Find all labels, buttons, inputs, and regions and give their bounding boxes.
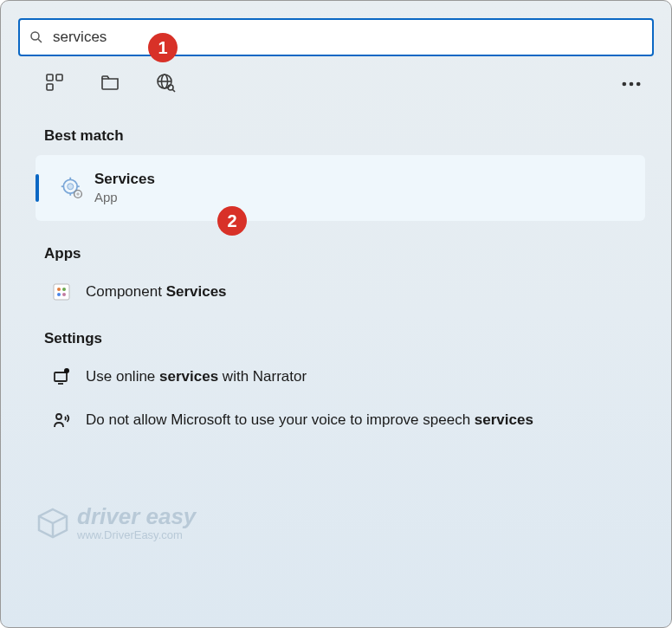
svg-point-28 [64, 368, 69, 373]
svg-rect-2 [47, 74, 53, 81]
svg-rect-16 [69, 193, 71, 196]
svg-point-20 [76, 192, 80, 196]
apps-item-component-services[interactable]: Component Services [51, 278, 645, 306]
search-bar[interactable] [18, 18, 654, 56]
svg-point-25 [62, 293, 66, 296]
filter-row [44, 72, 643, 93]
watermark: driver easy www.DriverEasy.com [36, 505, 196, 541]
web-filter-icon[interactable] [155, 72, 176, 93]
svg-rect-17 [61, 186, 64, 188]
svg-point-22 [57, 288, 61, 291]
svg-point-10 [623, 82, 627, 87]
svg-rect-26 [55, 372, 67, 381]
component-services-icon [51, 282, 72, 302]
speech-voice-icon [51, 410, 72, 431]
search-input[interactable] [51, 28, 643, 47]
result-subtitle: App [94, 190, 155, 205]
svg-point-29 [56, 414, 61, 419]
annotation-1: 1 [148, 33, 178, 62]
svg-rect-18 [77, 186, 80, 188]
best-match-result[interactable]: Services App [36, 155, 645, 221]
search-icon [29, 29, 44, 45]
svg-rect-15 [69, 178, 71, 180]
svg-point-24 [57, 293, 61, 296]
settings-item-label: Use online services with Narrator [86, 368, 307, 385]
watermark-title: driver easy [77, 505, 196, 528]
svg-point-0 [31, 32, 39, 40]
svg-line-1 [38, 39, 42, 42]
svg-rect-4 [47, 84, 53, 90]
services-app-icon [60, 176, 84, 200]
svg-point-11 [630, 82, 634, 87]
start-search-panel: Best match Services App Apps [0, 0, 672, 628]
svg-line-9 [172, 89, 175, 92]
apps-filter-icon[interactable] [44, 72, 65, 93]
documents-filter-icon[interactable] [100, 72, 120, 93]
svg-point-12 [636, 82, 641, 87]
section-apps: Apps [44, 245, 662, 262]
annotation-2: 2 [217, 206, 247, 236]
svg-point-14 [68, 184, 74, 190]
svg-rect-3 [56, 74, 62, 81]
section-best-match: Best match [44, 127, 662, 145]
selection-accent [36, 174, 39, 202]
watermark-url: www.DriverEasy.com [77, 529, 196, 541]
settings-item-speech-services[interactable]: Do not allow Microsoft to use your voice… [51, 406, 645, 434]
watermark-logo-icon [36, 506, 70, 541]
svg-point-23 [62, 288, 66, 291]
settings-item-narrator-services[interactable]: Use online services with Narrator [51, 363, 645, 391]
narrator-online-icon [51, 366, 72, 387]
svg-line-31 [39, 516, 53, 523]
settings-item-label: Do not allow Microsoft to use your voice… [86, 411, 533, 429]
section-settings: Settings [44, 330, 662, 347]
apps-item-label: Component Services [86, 283, 227, 301]
svg-line-32 [53, 516, 67, 523]
result-title: Services [94, 171, 155, 188]
more-options-icon[interactable] [619, 72, 643, 93]
svg-rect-21 [54, 284, 69, 300]
